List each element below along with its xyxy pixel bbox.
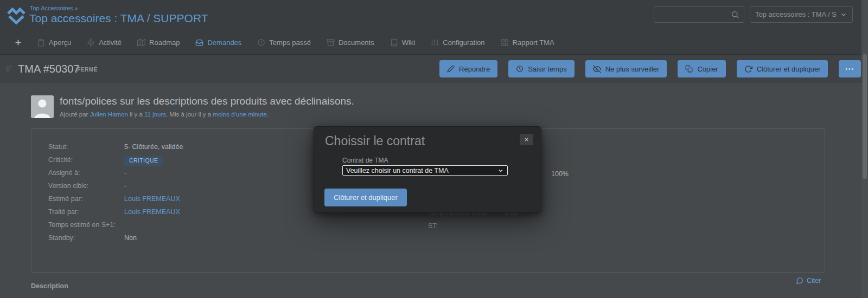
search-input[interactable] [654, 10, 731, 18]
updated-ago-link[interactable]: moins d'une minute [213, 111, 266, 118]
ellipsis-icon: ••• [845, 66, 854, 72]
meta-text: Ajouté par [60, 111, 90, 118]
attr-value: - [124, 182, 126, 190]
screen: Top Accessoires » Top accessoires : TMA … [0, 0, 868, 298]
tab-wiki[interactable]: Wiki [390, 38, 416, 47]
author-link[interactable]: Julien Hamon [90, 111, 128, 118]
page-title[interactable]: Top accessoires : TMA / SUPPORT [29, 12, 208, 25]
attr-row-standby: Standby: Non [48, 234, 183, 247]
search-icon[interactable] [731, 10, 739, 19]
tab-temps-passe[interactable]: Temps passé [257, 38, 311, 47]
created-ago-link[interactable]: 11 jours [144, 111, 166, 118]
breadcrumb[interactable]: Top Accessoires » [30, 5, 78, 11]
project-nav: Aperçu Activité Roadmap Demandes Temps p… [0, 31, 868, 55]
button-label: Répondre [459, 65, 490, 73]
done-ratio-value: 100% [551, 170, 569, 178]
attr-row-criticite: Criticité: CRITIQUE [48, 156, 183, 169]
attr-value: 5- Clôturée, validée [124, 143, 183, 151]
attr-label: Version cible: [48, 182, 124, 190]
attribute-rows: Statut: 5- Clôturée, validée Criticité: … [48, 143, 183, 247]
close-duplicate-button[interactable]: Clôturer et dupliquer [737, 60, 828, 77]
attr-label: Assigné à: [48, 169, 124, 177]
tab-label: Roadmap [149, 38, 180, 47]
contract-select-value: Veuillez choisir un contrat de TMA [346, 167, 449, 174]
unwatch-button[interactable]: Ne plus surveiller [585, 60, 667, 77]
choose-contract-modal: Choissir le contrat × Contrat de TMA Veu… [314, 126, 541, 213]
tab-label: Wiki [402, 38, 416, 47]
tab-label: Temps passé [269, 38, 311, 47]
attr-label: Statut: [48, 143, 124, 151]
attr-row-traite-par: Traité par: Louis FREMEAUX [48, 208, 183, 221]
ticket-actions: Répondre Saisir temps Ne plus surveiller… [439, 60, 861, 77]
contract-field-label: Contrat de TMA [342, 157, 388, 164]
issue-meta: Ajouté par Julien Hamon il y a 11 jours.… [60, 111, 269, 118]
search-box [654, 6, 744, 23]
tab-label: Rapport TMA [513, 38, 554, 47]
tab-demandes[interactable]: Demandes [195, 38, 241, 47]
attr-label-st: ST: [428, 222, 438, 230]
top-header: Top Accessoires » Top accessoires : TMA … [0, 0, 868, 31]
attr-value: - [124, 169, 126, 177]
modal-close-button[interactable]: × [520, 134, 533, 145]
user-link[interactable]: Louis FREMEAUX [124, 195, 180, 203]
button-label: Ne plus surveiller [605, 65, 660, 73]
modal-title: Choissir le contrat [325, 134, 425, 148]
book-icon [390, 38, 398, 47]
sliders-icon [431, 38, 439, 47]
project-selector-value: Top accessoires : TMA / SUPPC [755, 10, 837, 18]
attr-row-estime-par: Estimé par: Louis FREMEAUX [48, 195, 183, 208]
pencil-icon [447, 65, 455, 73]
list-lines-icon[interactable] [4, 64, 14, 74]
meta-text: il y a [128, 111, 144, 118]
tab-label: Documents [339, 38, 374, 47]
tab-label: Activité [99, 38, 122, 47]
inbox-icon [195, 38, 203, 47]
attr-row-statut: Statut: 5- Clôturée, validée [48, 143, 183, 156]
avatar [31, 95, 54, 118]
tab-apercu[interactable]: Aperçu [37, 38, 71, 47]
tab-documents[interactable]: Documents [327, 38, 374, 47]
clock-icon [516, 65, 524, 73]
tab-rapport-tma[interactable]: Rapport TMA [501, 38, 554, 47]
more-actions-button[interactable]: ••• [839, 60, 861, 77]
modal-submit-button[interactable]: Clôturer et dupliquer [324, 189, 407, 206]
user-link[interactable]: Louis FREMEAUX [124, 208, 180, 216]
ticket-header: TMA #50307 FERMÉ Répondre Saisir temps N… [0, 55, 868, 83]
grid-icon [501, 38, 509, 47]
tab-activite[interactable]: Activité [87, 38, 122, 47]
add-button[interactable] [14, 38, 23, 47]
attr-label: Temps estimé en S+1: [48, 221, 124, 229]
button-label: Clôturer et dupliquer [757, 65, 821, 73]
clipboard-icon [37, 38, 45, 47]
scrollbar-thumb[interactable] [863, 54, 867, 179]
copy-button[interactable]: Copier [678, 60, 725, 77]
clock-icon [257, 38, 265, 47]
refresh-icon [744, 65, 752, 73]
tab-label: Demandes [207, 38, 241, 47]
attr-row-assigne: Assigné à: - [48, 169, 183, 182]
project-selector[interactable]: Top accessoires : TMA / SUPPC [750, 6, 853, 23]
contract-select[interactable]: Veuillez choisir un contrat de TMA [342, 165, 508, 176]
chevron-down-icon [497, 167, 504, 174]
eye-off-icon [593, 65, 601, 73]
button-label: Copier [697, 65, 718, 73]
reply-button[interactable]: Répondre [439, 60, 497, 77]
button-label: Saisir temps [528, 65, 567, 73]
tab-configuration[interactable]: Configuration [431, 38, 484, 47]
quote-link[interactable]: Citer [796, 277, 821, 284]
attr-label: Criticité: [48, 156, 124, 164]
copy-icon [685, 65, 693, 73]
map-icon [137, 38, 145, 47]
chat-bubble-icon [796, 277, 803, 284]
attr-label: Standby: [48, 234, 124, 242]
issue-title: fonts/polices sur les descriptions des p… [60, 95, 354, 107]
tab-roadmap[interactable]: Roadmap [137, 38, 180, 47]
chevron-down-icon [840, 11, 847, 18]
app-logo-icon[interactable] [5, 4, 28, 27]
vertical-scrollbar[interactable] [861, 0, 868, 298]
attr-label: Traité par: [48, 208, 124, 216]
ticket-status-badge: FERMÉ [77, 67, 98, 73]
quote-label: Citer [807, 277, 821, 284]
log-time-button[interactable]: Saisir temps [508, 60, 575, 77]
ticket-id: TMA #50307 [18, 63, 79, 75]
